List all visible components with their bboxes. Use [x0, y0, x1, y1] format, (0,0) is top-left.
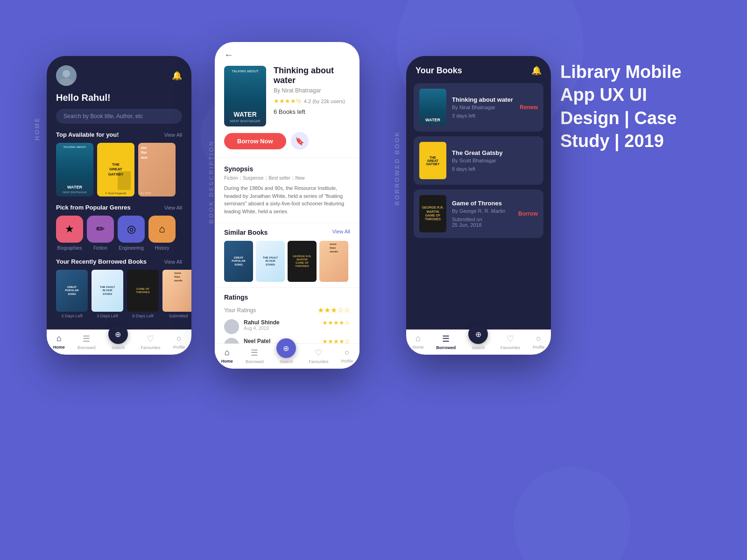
- nav-borrowed-3[interactable]: ☰ Borrowed: [436, 334, 456, 350]
- nav-profile-1[interactable]: ○ Profile: [173, 334, 185, 350]
- nav-profile-3[interactable]: ○ Profile: [533, 334, 545, 350]
- nav-favourites-3[interactable]: ♡ Favourites: [500, 334, 520, 350]
- search-btn-3[interactable]: ⊕: [468, 324, 488, 344]
- genre-history-label: History: [155, 245, 169, 251]
- nav-search-3[interactable]: ⊕ Search: [468, 334, 488, 350]
- notification-bell-3[interactable]: 🔔: [531, 65, 542, 76]
- bcard-cover-water: WATER: [419, 89, 446, 126]
- your-books-title: Your Books: [416, 66, 462, 76]
- search-icon-2: ⊕: [283, 344, 289, 353]
- your-rating-row: Your Ratings ★★★☆☆: [224, 306, 350, 315]
- borrowed-cover-1: GREATPOPULARSONG: [56, 270, 88, 312]
- search-btn-2[interactable]: ⊕: [276, 338, 296, 358]
- borrowed-card-water[interactable]: WATER Thinking about water By Nirat Bhat…: [414, 83, 543, 132]
- similar-books-section: Similar Books View All GREATPOPULARSONG …: [215, 225, 359, 286]
- nav-borrowed-2[interactable]: ☰ Borrowed: [246, 348, 264, 364]
- book-third-cover[interactable]: mothawor JILL SANT: [138, 143, 176, 196]
- borrowed-item-4[interactable]: morethanwords Submitted: [162, 270, 191, 318]
- search-btn-1[interactable]: ⊕: [108, 324, 128, 344]
- genre-history[interactable]: ⌂ History: [148, 216, 176, 251]
- page-title-section: Library Mobile App UX UI Design | Case S…: [560, 61, 710, 157]
- synopsis-text: During the 1980s and 90s, the Resource I…: [224, 184, 350, 215]
- bcard-title-water: Thinking about water: [452, 96, 514, 103]
- borrowed-item-3[interactable]: GAME OFTHRONES 8 Days Left: [127, 270, 159, 318]
- nav-home-1[interactable]: ⌂ Home: [53, 334, 65, 350]
- genre-engineering[interactable]: ◎ Engineering: [118, 216, 145, 251]
- ratings-title: Ratings: [224, 294, 350, 301]
- nav-profile-2[interactable]: ○ Profile: [341, 348, 353, 364]
- nav-profile-label-3: Profile: [533, 345, 545, 350]
- borrowed-cover-2: THE FAULTIN OURSTARS: [92, 270, 123, 312]
- your-rating-stars[interactable]: ★★★☆☆: [317, 306, 350, 315]
- bcard-days-got: Submitted on25 Jun, 2018: [452, 217, 513, 228]
- nav-profile-label-1: Profile: [173, 345, 185, 350]
- similar-book-2[interactable]: THE FAULTIN OURSTARS: [256, 241, 285, 282]
- nav-home-label-2: Home: [221, 359, 233, 364]
- bookmark-button[interactable]: 🔖: [291, 132, 309, 150]
- similar-book-1[interactable]: GREATPOPULARSONG: [224, 241, 253, 282]
- borrowed-cover-3: GAME OFTHRONES: [127, 270, 159, 312]
- borrow-button-got[interactable]: Borrow: [518, 210, 538, 217]
- favourites-icon-3: ♡: [507, 334, 514, 344]
- nav-home-label-3: Home: [412, 345, 423, 350]
- genre-tag-new: New: [295, 175, 304, 181]
- bcard-author-got: By George R. R. Martin: [452, 208, 513, 214]
- nav-home-3[interactable]: ⌂ Home: [412, 334, 423, 350]
- user-avatar[interactable]: [56, 65, 77, 86]
- borrowed-label-3: 8 Days Left: [132, 314, 154, 318]
- nav-home-2[interactable]: ⌂ Home: [221, 348, 233, 364]
- nav-search-2[interactable]: ⊕ Search: [276, 348, 296, 364]
- side-label-book-desc: BOOK DESCRIPTION: [208, 140, 215, 224]
- genre-biographies[interactable]: ★ Biographies: [56, 216, 83, 251]
- book-gatsby-cover[interactable]: THEGREATGATSBY F. Scott Fitzgerald: [97, 143, 134, 196]
- borrowed-item-2[interactable]: THE FAULTIN OURSTARS 3 Days Left: [92, 270, 123, 318]
- recently-borrowed-view-all[interactable]: View All: [164, 259, 182, 265]
- favourites-icon-1: ♡: [147, 334, 154, 344]
- borrowed-card-gatsby[interactable]: THEGREATGATSBY The Great Gatsby By Scott…: [414, 136, 543, 185]
- nav-home-label-1: Home: [53, 345, 65, 350]
- favourites-icon-2: ♡: [315, 348, 322, 358]
- reviewer-avatar-1: [224, 319, 239, 334]
- search-bar[interactable]: Search by Book title, Author, etc: [56, 109, 182, 124]
- nav-borrowed-label-1: Borrowed: [78, 345, 96, 350]
- reviewer-date-1: Aug 4, 2019: [244, 326, 317, 331]
- nav-favourites-label-1: Favourites: [141, 345, 160, 350]
- bcard-info-gatsby: The Great Gatsby By Scott Bhatnagar 8 da…: [452, 149, 538, 172]
- bcard-info-got: Game of Thrones By George R. R. Martin S…: [452, 200, 513, 228]
- bottom-nav-3: ⌂ Home ☰ Borrowed ⊕ Search ♡ Favourites …: [406, 329, 551, 355]
- genre-fiction[interactable]: ✏ Fiction: [87, 216, 114, 251]
- book-water-cover[interactable]: TALKING ABOUT WATER NIRAT BHATNAGAR: [56, 143, 93, 196]
- genre-fiction-icon: ✏: [87, 216, 114, 243]
- divider-3: [215, 287, 359, 288]
- greeting-text: Hello Rahul!: [47, 91, 191, 109]
- borrowed-item-1[interactable]: GREATPOPULARSONG 3 Days Left: [56, 270, 88, 318]
- phone1-header: 🔔: [47, 56, 191, 91]
- nav-borrowed-1[interactable]: ☰ Borrowed: [78, 334, 96, 350]
- nav-search-1[interactable]: ⊕ Search: [108, 334, 128, 350]
- book-hero-cover: TALKING ABOUT WATER NIRAT BHATNAGAR: [224, 66, 266, 126]
- similar-book-3[interactable]: GEORGE R.R.MARTINGAME OFTHRONES: [288, 241, 317, 282]
- top-available-view-all[interactable]: View All: [164, 132, 182, 138]
- books-left: 6 Books left: [274, 108, 350, 115]
- bottom-nav-1: ⌂ Home ☰ Borrowed ⊕ Search ♡ Favourites …: [47, 329, 191, 355]
- notification-bell-icon[interactable]: 🔔: [172, 70, 182, 81]
- genres-header: Pick from Popular Genres View All: [47, 204, 191, 216]
- profile-icon-3: ○: [536, 334, 541, 343]
- nav-favourites-1[interactable]: ♡ Favourites: [141, 334, 160, 350]
- borrowed-label-4: Submitted: [169, 314, 188, 318]
- svg-point-2: [60, 78, 73, 86]
- genres-view-all[interactable]: View All: [164, 205, 182, 210]
- borrowed-icon-2: ☰: [251, 348, 258, 358]
- borrowed-card-got[interactable]: GEORGE R.R.MARTINGAME OFTHRONES Game of …: [414, 189, 543, 238]
- genre-tags-row: Fiction | Suspense | Best seller | New: [224, 175, 350, 181]
- borrow-button[interactable]: Borrow Now: [224, 133, 286, 149]
- hero-book-name: WATER: [233, 111, 257, 118]
- phone2-back-row: ←: [215, 42, 359, 60]
- similar-book-4[interactable]: morethanwords: [319, 241, 348, 282]
- similar-view-all[interactable]: View All: [332, 229, 350, 236]
- back-button[interactable]: ←: [224, 49, 233, 60]
- renew-button[interactable]: Renew: [520, 104, 538, 111]
- nav-favourites-2[interactable]: ♡ Favourites: [309, 348, 328, 364]
- profile-icon-1: ○: [176, 334, 182, 343]
- bcard-days-gatsby: 8 days left: [452, 166, 538, 172]
